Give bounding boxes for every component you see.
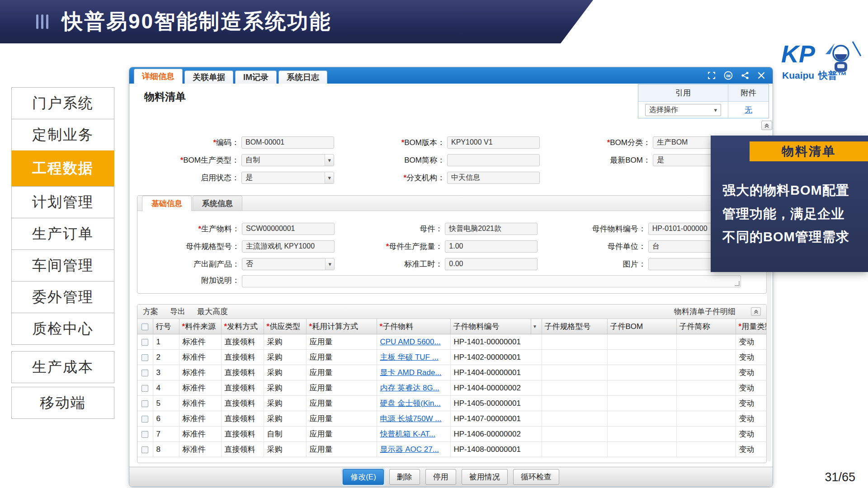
filter-arrow-icon[interactable]: ▼ (531, 319, 539, 334)
cell-component-link[interactable]: 电源 长城750W ... (377, 411, 450, 427)
footer-button-停用[interactable]: 停用 (425, 469, 456, 485)
footer-button-删除[interactable]: 删除 (389, 469, 420, 485)
row-checkbox[interactable] (142, 446, 148, 453)
cell-component-link[interactable]: 内存 英睿达 8G... (377, 380, 450, 396)
action-select[interactable]: 选择操作 ▾ (645, 104, 721, 116)
cell-component-link[interactable]: 主板 华硕 TUF ... (377, 350, 450, 365)
toolbar-button-导出[interactable]: 导出 (170, 306, 185, 317)
sidebar-item-质检中心[interactable]: 质检中心 (11, 313, 114, 345)
sidebar-item-生产订单[interactable]: 生产订单 (11, 218, 114, 250)
chevron-down-icon: ▾ (714, 107, 717, 113)
field-input[interactable]: BOM-00001 (241, 136, 334, 149)
footer-button-循环检查[interactable]: 循环检查 (513, 469, 559, 485)
column-行号[interactable]: 行号 (153, 319, 179, 334)
field-input[interactable]: 1.00 (445, 240, 538, 253)
footer-button-修改(E)[interactable]: 修改(E) (343, 469, 384, 485)
field-label: 标准工时： (404, 260, 443, 268)
toolbar-button-最大高度[interactable]: 最大高度 (197, 306, 228, 317)
field-input[interactable]: 主流游戏机 KPY1000 (242, 240, 335, 253)
row-checkbox[interactable] (142, 431, 148, 438)
subtab-系统信息[interactable]: 系统信息 (193, 196, 242, 211)
cell-component-link[interactable]: 快普机箱 K-AT... (377, 427, 450, 442)
row-checkbox[interactable] (142, 354, 148, 361)
sidebar-item-生产成本[interactable]: 生产成本 (11, 351, 114, 383)
sidebar-item-工程数据[interactable]: 工程数据 (11, 150, 114, 187)
cell-component-code: HP-1407-00000001 (450, 411, 542, 427)
field-input[interactable]: 否 ▾ (242, 258, 335, 270)
cell-component-bom (607, 427, 676, 442)
table-row[interactable]: 7 标准件 直接领料 自制 应用量 快普机箱 K-AT... HP-1406-0… (137, 427, 766, 442)
cell-component-link[interactable]: CPU AMD 5600... (377, 334, 450, 350)
table-row[interactable]: 4 标准件 直接领料 采购 应用量 内存 英睿达 8G... HP-1404-0… (137, 380, 766, 396)
cell-spec-model (542, 411, 607, 427)
attachment-button[interactable]: 附件 (728, 84, 769, 101)
table-row[interactable]: 8 标准件 直接领料 采购 应用量 显示器 AOC 27... HP-1408-… (137, 442, 766, 457)
row-checkbox[interactable] (142, 370, 148, 376)
tab-IM记录[interactable]: IM记录 (235, 70, 277, 84)
expand-icon[interactable] (707, 71, 716, 80)
select-all-checkbox[interactable] (142, 324, 148, 330)
column-发料方式[interactable]: * 发料方式 (221, 319, 264, 334)
cell-component-bom (607, 411, 676, 427)
column-子件物料编号[interactable]: 子件物料编号 ▼ (450, 319, 542, 334)
close-icon[interactable] (757, 71, 765, 80)
cell-consumption-calc: 应用量 (306, 365, 377, 380)
field-input[interactable] (447, 154, 540, 166)
cell-supply-type: 自制 (264, 427, 306, 442)
field-母件规格型号: 母件规格型号： 主流游戏机 KPY1000 (157, 240, 360, 253)
column-料件来源[interactable]: * 料件来源 (179, 319, 221, 334)
table-row[interactable]: 3 标准件 直接领料 采购 应用量 显卡 AMD Rade... HP-1404… (137, 365, 766, 380)
field-input[interactable]: 快普电脑2021款 (445, 223, 538, 235)
cell-component-link[interactable]: 硬盘 金士顿(Kin... (377, 396, 450, 411)
toolbar-button-方案[interactable]: 方案 (143, 306, 158, 317)
reference-button[interactable]: 引用 (638, 84, 728, 101)
field-input[interactable]: 0.00 (445, 258, 538, 270)
field-input[interactable]: 中天信息 (447, 172, 540, 184)
sidebar-item-移动端[interactable]: 移动端 (11, 387, 114, 419)
field-label: 母件物料编号： (592, 225, 646, 233)
share-icon[interactable] (741, 71, 750, 80)
cell-component-link[interactable]: 显卡 AMD Rade... (377, 365, 450, 380)
field-input[interactable]: 自制 ▾ (241, 154, 334, 166)
column-耗用计算方式[interactable]: * 耗用计算方式 (306, 319, 377, 334)
column-子件物料[interactable]: * 子件物料 (377, 319, 450, 334)
cell-material-source: 标准件 (179, 411, 221, 427)
row-checkbox[interactable] (142, 385, 148, 392)
sidebar-item-定制业务[interactable]: 定制业务 (11, 119, 114, 151)
collapse-header-button[interactable] (761, 121, 772, 130)
note-textarea[interactable] (242, 275, 741, 287)
column-用量类型[interactable]: * 用量类型 (736, 319, 766, 334)
cell-supply-type: 采购 (264, 411, 306, 427)
table-row[interactable]: 6 标准件 直接领料 采购 应用量 电源 长城750W ... HP-1407-… (137, 411, 766, 427)
im-icon[interactable]: IM (724, 71, 733, 80)
field-label: 生产物料： (201, 225, 240, 233)
row-checkbox[interactable] (142, 400, 148, 407)
main-form: *编码： BOM-00001 *BOM版本： KPY1000 V1 *BOM分类… (156, 136, 774, 189)
cell-component-link[interactable]: 显示器 AOC 27... (377, 442, 450, 457)
column-子件简称[interactable]: 子件简称 (676, 319, 736, 334)
cell-line-no: 1 (153, 334, 179, 350)
column-供应类型[interactable]: * 供应类型 (264, 319, 306, 334)
sidebar-item-委外管理[interactable]: 委外管理 (11, 281, 114, 313)
tab-系统日志[interactable]: 系统日志 (278, 70, 327, 84)
tab-关联单据[interactable]: 关联单据 (184, 70, 233, 84)
table-row[interactable]: 1 标准件 直接领料 采购 应用量 CPU AMD 5600... HP-140… (137, 334, 766, 350)
field-input[interactable]: SCW00000001 (242, 223, 335, 235)
column-子件BOM[interactable]: 子件BOM (607, 319, 676, 334)
row-checkbox[interactable] (142, 416, 148, 422)
subtab-基础信息[interactable]: 基础信息 (142, 196, 192, 211)
row-checkbox[interactable] (142, 339, 148, 346)
sidebar-item-计划管理[interactable]: 计划管理 (11, 186, 114, 218)
table-row[interactable]: 5 标准件 直接领料 采购 应用量 硬盘 金士顿(Kin... HP-1405-… (137, 396, 766, 411)
sidebar-item-门户系统[interactable]: 门户系统 (11, 87, 114, 119)
tab-详细信息[interactable]: 详细信息 (134, 69, 183, 84)
attachment-none-link[interactable]: 无 (745, 105, 752, 115)
field-input[interactable]: KPY1000 V1 (447, 136, 540, 149)
field-label: 母件规格型号： (186, 242, 240, 251)
panel-collapse-button[interactable] (751, 307, 761, 316)
field-input[interactable]: 是 ▾ (241, 172, 334, 184)
footer-button-被用情况[interactable]: 被用情况 (462, 469, 508, 485)
sidebar-item-车间管理[interactable]: 车间管理 (11, 249, 114, 282)
column-子件规格型号[interactable]: 子件规格型号 (542, 319, 607, 334)
table-row[interactable]: 2 标准件 直接领料 采购 应用量 主板 华硕 TUF ... HP-1402-… (137, 350, 766, 365)
